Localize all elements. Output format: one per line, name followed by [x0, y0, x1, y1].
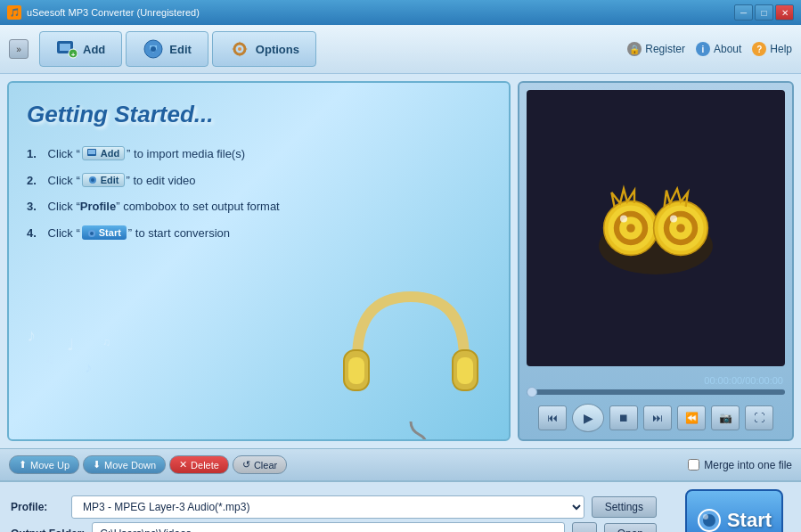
svg-point-11	[91, 178, 94, 182]
move-down-label: Move Down	[104, 460, 156, 471]
clear-label: Clear	[254, 460, 277, 471]
step1-add-btn: Add	[82, 146, 125, 160]
output-folder-input[interactable]	[92, 522, 564, 532]
edit-button[interactable]: Edit	[126, 31, 208, 67]
play-button[interactable]: ▶	[572, 404, 604, 432]
skip-back-button[interactable]: ⏮	[538, 405, 567, 430]
stop-button[interactable]: ⏹	[609, 405, 638, 430]
edit-icon	[143, 38, 164, 60]
move-down-button[interactable]: ⬇ Move Down	[83, 455, 166, 474]
add-icon: +	[56, 38, 78, 60]
about-link[interactable]: i About	[696, 42, 741, 56]
delete-icon: ✕	[179, 459, 187, 471]
step2-edit-btn: Edit	[82, 173, 125, 187]
delete-button[interactable]: ✕ Delete	[169, 455, 229, 474]
browse-icon: ...	[580, 528, 588, 532]
video-controls: ⏮ ▶ ⏹ ⏭ ⏪ 📷 ⛶	[519, 397, 792, 439]
music-decoration: ♪ ♫ ♩ ♪ ♫	[22, 315, 129, 386]
step4-start-btn: Start	[82, 225, 127, 240]
start-label: Start	[727, 509, 772, 532]
help-link[interactable]: ? Help	[752, 42, 792, 56]
mascot-graphic	[584, 175, 727, 282]
settings-section: Profile: MP3 - MPEG Layer-3 Audio(*.mp3)…	[0, 480, 801, 532]
start-button[interactable]: Start	[685, 489, 783, 532]
options-label: Options	[256, 43, 299, 56]
merge-checkbox[interactable]	[688, 459, 699, 471]
profile-label: Profile:	[11, 501, 64, 513]
window-controls: ─ □ ✕	[734, 4, 794, 20]
svg-rect-22	[457, 357, 473, 384]
svg-text:+: +	[71, 51, 76, 59]
options-icon	[229, 38, 250, 60]
svg-text:♩: ♩	[67, 336, 74, 354]
edit-label: Edit	[169, 43, 192, 56]
move-up-icon: ⬆	[19, 459, 27, 471]
start-btn-area: Start	[667, 482, 801, 532]
title-bar: 🎵 uSeesoft MP3 Converter (Unregistered) …	[0, 0, 801, 25]
add-label: Add	[83, 43, 105, 56]
svg-text:♫: ♫	[45, 352, 54, 366]
file-toolbar: ⬆ Move Up ⬇ Move Down ✕ Delete ↺ Clear M…	[0, 448, 801, 480]
about-label: About	[714, 43, 741, 55]
browse-button[interactable]: ...	[572, 522, 597, 532]
step-2: 2. Click “ Edit ” to edit video	[27, 173, 491, 187]
toolbar-scroll-icon[interactable]: »	[9, 39, 29, 59]
rewind-button[interactable]: ⏪	[677, 405, 706, 430]
settings-form: Profile: MP3 - MPEG Layer-3 Audio(*.mp3)…	[0, 482, 667, 532]
svg-rect-9	[88, 150, 95, 154]
svg-text:♪: ♪	[85, 360, 92, 375]
svg-point-5	[151, 46, 156, 52]
move-down-icon: ⬇	[93, 459, 101, 471]
skip-forward-button[interactable]: ⏭	[643, 405, 672, 430]
progress-thumb[interactable]	[527, 387, 537, 397]
step-4: 4. Click “ Start ” to start conversion	[27, 225, 491, 240]
getting-started-title: Getting Started...	[27, 101, 491, 128]
headphones-decoration	[331, 270, 491, 441]
video-panel: 00:00:00/00:00:00 ⏮ ▶ ⏹ ⏭ ⏪ 📷 ⛶	[518, 81, 794, 441]
step-1: 1. Click “ Add ” to import media file(s)	[27, 146, 491, 160]
register-link[interactable]: 🔒 Register	[627, 42, 685, 56]
output-folder-label: Output Folder:	[11, 528, 85, 532]
svg-rect-20	[348, 357, 364, 384]
move-up-label: Move Up	[30, 460, 69, 471]
step-3: 3. Click “Profile” combobox to set outpu…	[27, 200, 491, 213]
video-preview	[527, 90, 785, 366]
register-label: Register	[645, 43, 685, 55]
minimize-button[interactable]: ─	[734, 4, 753, 20]
lock-icon: 🔒	[627, 42, 642, 56]
info-icon: i	[696, 42, 710, 56]
profile-row: Profile: MP3 - MPEG Layer-3 Audio(*.mp3)…	[11, 495, 657, 519]
open-button[interactable]: Open	[604, 523, 657, 532]
svg-point-31	[676, 224, 685, 233]
video-progress-bar[interactable]	[527, 389, 785, 395]
svg-point-27	[626, 224, 635, 233]
getting-started-panel: Getting Started... 1. Click “ Add ” to i…	[7, 81, 511, 441]
window-title: uSeesoft MP3 Converter (Unregistered)	[27, 7, 734, 18]
output-row: Output Folder: ... Open	[11, 522, 657, 532]
svg-point-32	[620, 216, 627, 223]
move-up-button[interactable]: ⬆ Move Up	[9, 455, 79, 474]
svg-point-7	[238, 47, 241, 51]
svg-point-36	[703, 514, 708, 520]
add-button[interactable]: + Add	[39, 31, 122, 67]
options-button[interactable]: Options	[212, 31, 316, 67]
svg-rect-1	[60, 44, 70, 51]
merge-checkbox-group: Merge into one file	[688, 459, 792, 471]
svg-text:♫: ♫	[102, 336, 110, 348]
help-label: Help	[770, 43, 792, 55]
app-icon: 🎵	[7, 5, 21, 20]
clear-button[interactable]: ↺ Clear	[233, 455, 287, 474]
toolbar-right: 🔒 Register i About ? Help	[627, 42, 792, 56]
video-time: 00:00:00/00:00:00	[519, 373, 792, 388]
maximize-button[interactable]: □	[755, 4, 773, 20]
close-button[interactable]: ✕	[775, 4, 794, 20]
fullscreen-button[interactable]: ⛶	[745, 405, 773, 430]
clear-icon: ↺	[242, 459, 250, 471]
screenshot-button[interactable]: 📷	[711, 405, 740, 430]
profile-select[interactable]: MP3 - MPEG Layer-3 Audio(*.mp3)	[71, 495, 584, 519]
settings-button[interactable]: Settings	[592, 496, 657, 518]
delete-label: Delete	[191, 460, 219, 471]
svg-point-13	[90, 232, 94, 235]
main-content: Getting Started... 1. Click “ Add ” to i…	[0, 74, 801, 448]
help-icon: ?	[752, 42, 766, 56]
